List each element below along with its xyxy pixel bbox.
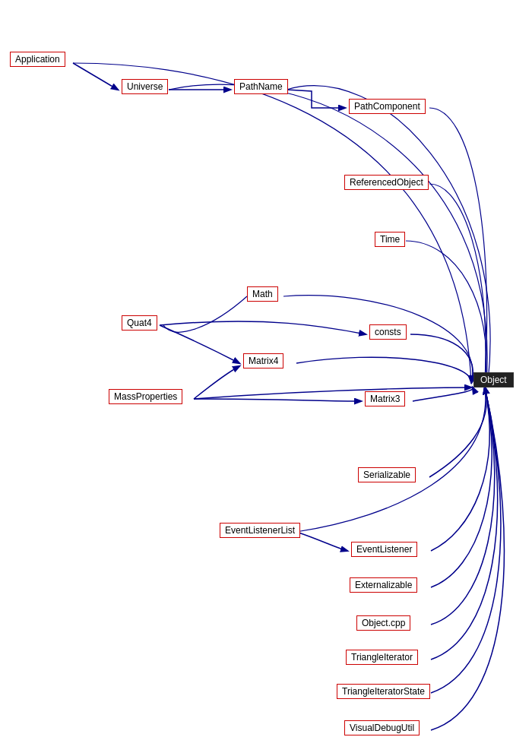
universe-node: Universe [122, 79, 168, 94]
pathname-node: PathName [234, 79, 288, 94]
triangleiteratorstate-node: TriangleIteratorState [337, 684, 430, 699]
eventlistener-node: EventListener [351, 542, 417, 557]
referencedobject-node: ReferencedObject [344, 175, 429, 190]
externalizable-node: Externalizable [350, 577, 417, 593]
objectcpp-node: Object.cpp [356, 615, 410, 631]
consts-node: consts [369, 324, 407, 340]
massproperties-node: MassProperties [109, 389, 182, 404]
object-node: Object [473, 372, 514, 387]
triangleiterator-node: TriangleIterator [346, 650, 418, 665]
arrows-svg [0, 0, 532, 756]
math-node: Math [247, 286, 278, 302]
application-node: Application [10, 52, 65, 67]
serializable-node: Serializable [358, 467, 416, 482]
matrix4-node: Matrix4 [243, 353, 283, 369]
visualdebugutil-node: VisualDebugUtil [344, 720, 420, 735]
quat4-node: Quat4 [122, 315, 157, 331]
diagram: Application Universe PathName PathCompon… [0, 0, 532, 756]
eventlistenerlist-node: EventListenerList [220, 523, 300, 538]
matrix3-node: Matrix3 [365, 391, 405, 406]
pathcomponent-node: PathComponent [349, 99, 426, 114]
time-node: Time [375, 232, 405, 247]
